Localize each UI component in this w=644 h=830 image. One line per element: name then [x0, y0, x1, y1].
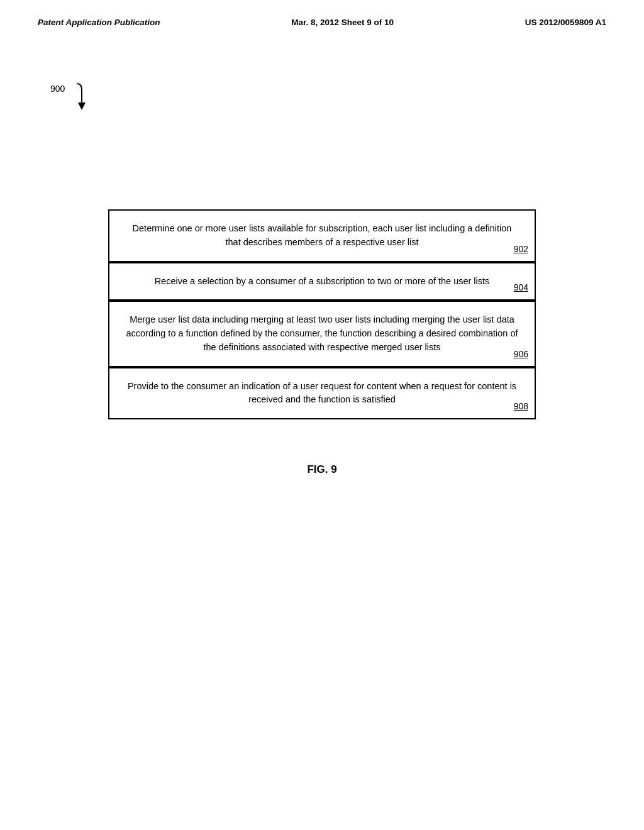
step-902-box: Determine one or more user lists availab…	[108, 209, 536, 262]
step-904-box: Receive a selection by a consumer of a s…	[108, 262, 536, 301]
svg-marker-0	[78, 102, 86, 110]
figure-label: 900	[50, 84, 65, 94]
step-904-text: Receive a selection by a consumer of a s…	[125, 275, 519, 289]
figure-caption: FIG. 9	[50, 463, 594, 476]
step-906-text: Merge user list data including merging a…	[125, 313, 519, 354]
page-container: Patent Application Publication Mar. 8, 2…	[0, 0, 644, 830]
header-left: Patent Application Publication	[38, 18, 160, 27]
header-right: US 2012/0059809 A1	[525, 18, 606, 27]
header-center: Mar. 8, 2012 Sheet 9 of 10	[291, 18, 394, 27]
step-906-number: 906	[514, 348, 528, 361]
step-908-box: Provide to the consumer an indication of…	[108, 367, 536, 420]
main-content: 900 Determine one or more user lists ava…	[50, 46, 594, 476]
step-908-text: Provide to the consumer an indication of…	[125, 380, 519, 407]
step-904-number: 904	[514, 281, 528, 294]
page-header: Patent Application Publication Mar. 8, 2…	[0, 0, 644, 33]
bracket-arrow-icon	[64, 82, 89, 114]
step-902-text: Determine one or more user lists availab…	[125, 222, 519, 250]
step-906-box: Merge user list data including merging a…	[108, 301, 536, 367]
step-902-number: 902	[514, 243, 528, 256]
flowchart: Determine one or more user lists availab…	[50, 209, 594, 419]
step-908-number: 908	[514, 400, 528, 413]
